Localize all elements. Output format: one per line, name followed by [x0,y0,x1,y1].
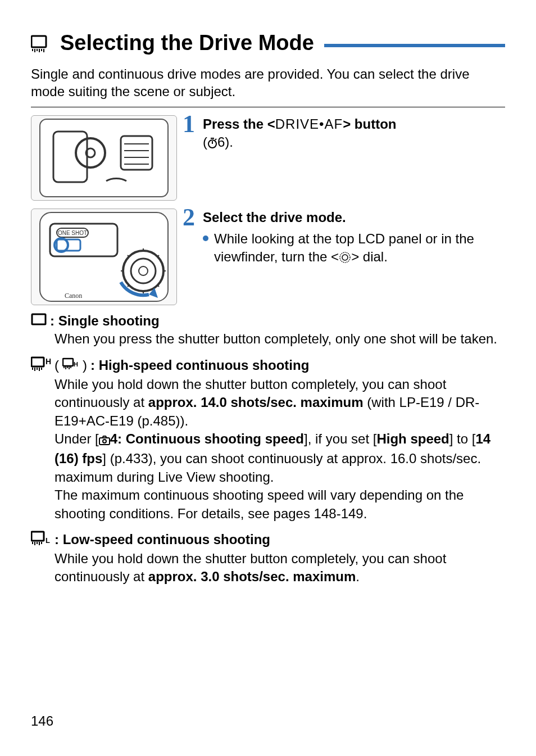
def-low-post: . [356,569,360,584]
def-single-label: : Single shooting [50,313,160,329]
heading-rule [324,44,505,47]
svg-rect-20 [32,314,46,324]
rear-dial-icon [339,250,351,268]
divider [31,107,505,107]
intro-text: Single and continuous drive modes are pr… [31,65,505,100]
svg-rect-25 [99,438,110,445]
def-single-head: : Single shooting [31,313,505,329]
def-low-bold: approx. 3.0 shots/sec. maximum [148,569,356,584]
drive-af-symbol: DRIVE•AF [275,116,343,132]
step-1-illustration [31,115,177,201]
step-2-number: 2 [183,205,195,230]
svg-text:ONE SHOT: ONE SHOT [58,230,87,236]
def-high-label: : High-speed continuous shooting [90,357,309,373]
high-speed-icon-small: H [62,357,79,373]
def-high: H ( H ) : High-speed continuous shooting… [31,356,505,523]
step-1-title: Press the <DRIVE•AF> button [203,115,505,133]
def-low: L : Low-speed continuous shooting While … [31,531,505,586]
def-high-b2-bold2: High speed [376,431,449,446]
step-1-sub-open: ( [203,134,207,150]
step-2-bullet-text: While looking at the top LCD panel or in… [214,230,505,269]
high-speed-icon: H [31,356,51,374]
timer-value: 6 [217,134,225,150]
svg-text:Canon: Canon [65,292,82,300]
svg-point-19 [342,255,348,260]
step-2-illustration: ONE SHOT Canon [31,209,177,305]
def-low-label: : Low-speed continuous shooting [54,532,270,547]
svg-rect-21 [31,357,44,366]
low-speed-icon: L [31,531,51,549]
step-1-title-post: > button [343,116,396,132]
svg-rect-0 [31,36,46,47]
def-high-b2-mid1: ], if you set [ [304,431,376,446]
step-1-title-pre: Press the < [203,116,275,132]
step-1-number: 1 [183,112,195,137]
step-2-title: Select the drive mode. [203,209,505,226]
def-high-b3: The maximum continuous shooting speed wi… [54,487,464,520]
step-1-sub: (6). [203,133,505,152]
timer-icon [207,135,217,152]
svg-rect-27 [31,532,44,541]
def-single-body: When you press the shutter button comple… [54,330,505,348]
bullet-dot [203,236,208,241]
def-low-body: While you hold down the shutter button c… [54,550,505,586]
drive-mode-icon [31,34,53,52]
def-high-head: H ( H ) : High-speed continuous shooting [31,356,505,374]
def-high-body: While you hold down the shutter button c… [54,375,505,523]
svg-point-26 [103,440,106,443]
page-heading-row: Selecting the Drive Mode [31,31,505,55]
step-1: 1 Press the <DRIVE•AF> button (6). [31,115,505,201]
def-high-b2-post: ] (p.433), you can shoot continuously at… [54,451,481,484]
page-number: 146 [31,713,53,729]
def-single: : Single shooting When you press the shu… [31,313,505,348]
svg-text:H: H [74,361,78,368]
svg-rect-23 [63,359,73,366]
camera-icon [99,432,110,450]
step-2: ONE SHOT Canon 2 Select the drive m [31,209,505,305]
step-2-bullet: While looking at the top LCD panel or in… [203,230,505,269]
def-high-b2-bold1: 4: Continuous shooting speed [110,431,304,446]
def-high-b2-pre: Under [ [54,431,99,446]
single-shot-icon [31,313,47,329]
def-low-head: L : Low-speed continuous shooting [31,531,505,549]
step-1-sub-close: ). [225,134,233,150]
svg-point-18 [340,252,350,262]
svg-text:L: L [46,536,50,545]
step-2-bullet-post: > dial. [351,249,388,264]
page-title: Selecting the Drive Mode [60,31,314,55]
def-high-close: ) [83,357,87,373]
def-high-b1-bold: approx. 14.0 shots/sec. maximum [148,395,364,410]
svg-text:H: H [46,357,51,366]
def-high-b2-mid2: ] to [ [449,431,476,446]
def-high-open: ( [54,357,59,373]
